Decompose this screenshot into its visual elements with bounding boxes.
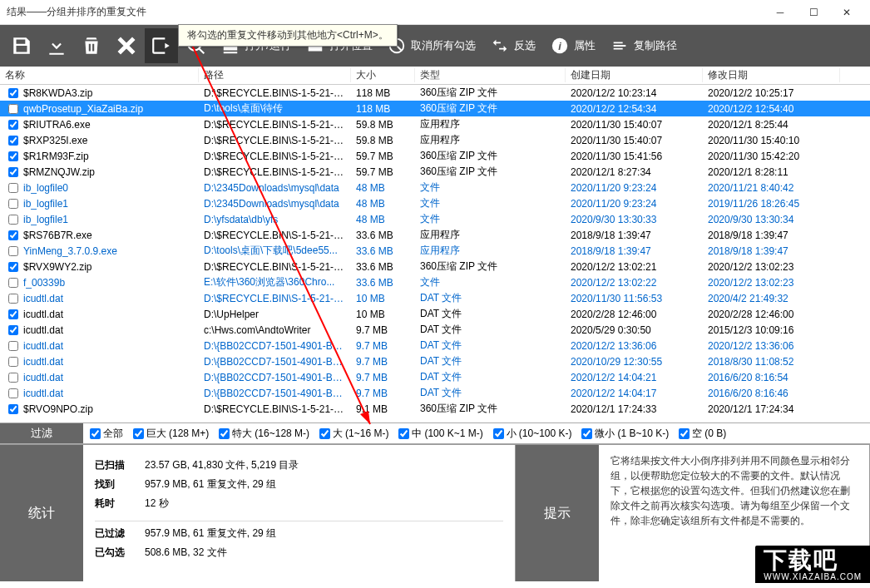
- table-row[interactable]: f_00339bE:\软件\360浏览器\360Chro...33.6 MB文件…: [0, 274, 870, 290]
- file-size: 59.8 MB: [351, 119, 415, 131]
- table-row[interactable]: icudtl.datD:\$RECYCLE.BIN\S-1-5-21-21...…: [0, 290, 870, 306]
- filter-all[interactable]: 全部: [90, 427, 123, 441]
- table-row[interactable]: ib_logfile1D:\2345Downloads\mysql\data48…: [0, 195, 870, 211]
- file-path: D:\{BB02CCD7-1501-4901-B5E...: [199, 372, 351, 383]
- row-checkbox[interactable]: [8, 278, 18, 288]
- table-row[interactable]: ib_logfile1D:\yfsdata\db\yfs48 MB文件2020/…: [0, 211, 870, 227]
- save-button[interactable]: [5, 28, 38, 63]
- table-row[interactable]: $RVO9NPO.zipD:\$RECYCLE.BIN\S-1-5-21-21.…: [0, 401, 870, 417]
- file-mdate: 2020/2/28 12:46:00: [703, 309, 840, 320]
- col-cdate[interactable]: 创建日期: [566, 68, 703, 82]
- filter-large[interactable]: 特大 (16~128 M-): [219, 427, 309, 441]
- row-checkbox[interactable]: [8, 136, 18, 146]
- filter-small[interactable]: 小 (10~100 K-): [493, 427, 572, 441]
- row-checkbox[interactable]: [8, 104, 18, 114]
- watermark-text: 下载吧: [764, 549, 862, 572]
- minimize-button[interactable]: ─: [764, 1, 797, 24]
- move-button[interactable]: [145, 28, 178, 63]
- file-cdate: 2020/12/2 10:23:14: [566, 87, 703, 99]
- file-mdate: 2020/4/2 21:49:32: [703, 293, 840, 304]
- file-type: DAT 文件: [415, 354, 566, 368]
- filter-big[interactable]: 大 (1~16 M-): [319, 427, 388, 441]
- file-path: D:\$RECYCLE.BIN\S-1-5-21-21...: [199, 293, 351, 304]
- maximize-button[interactable]: ☐: [797, 1, 830, 24]
- file-path: D:\$RECYCLE.BIN\S-1-5-21-21...: [199, 151, 351, 162]
- table-row[interactable]: icudtl.datD:\{BB02CCD7-1501-4901-B5E...9…: [0, 338, 870, 353]
- file-path: D:\{BB02CCD7-1501-4901-B5E...: [199, 340, 351, 352]
- table-row[interactable]: $R8KWDA3.zipD:\$RECYCLE.BIN\S-1-5-21-21.…: [0, 85, 870, 101]
- col-mdate[interactable]: 修改日期: [703, 68, 840, 82]
- row-checkbox[interactable]: [8, 294, 18, 304]
- file-type: 360压缩 ZIP 文件: [415, 165, 566, 179]
- row-checkbox[interactable]: [8, 341, 18, 351]
- file-name: f_00339b: [23, 277, 65, 289]
- grid-body[interactable]: $R8KWDA3.zipD:\$RECYCLE.BIN\S-1-5-21-21.…: [0, 85, 870, 422]
- stat-checked-v: 508.6 MB, 32 文件: [145, 546, 503, 560]
- row-checkbox[interactable]: [8, 388, 18, 398]
- table-row[interactable]: icudtl.datc:\Hws.com\AndtoWriter9.7 MBDA…: [0, 322, 870, 338]
- row-checkbox[interactable]: [8, 262, 18, 272]
- row-checkbox[interactable]: [8, 120, 18, 130]
- table-row[interactable]: $RMZNQJW.zipD:\$RECYCLE.BIN\S-1-5-21-21.…: [0, 164, 870, 180]
- table-row[interactable]: icudtl.datD:\{BB02CCD7-1501-4901-B5E...9…: [0, 353, 870, 369]
- col-size[interactable]: 大小: [351, 68, 415, 82]
- download-button[interactable]: [40, 28, 73, 63]
- stats-label: 统计: [0, 445, 83, 581]
- file-type: 应用程序: [415, 244, 566, 258]
- col-type[interactable]: 类型: [415, 68, 566, 82]
- row-checkbox[interactable]: [8, 373, 18, 383]
- filter-tiny[interactable]: 微小 (1 B~10 K-): [581, 427, 669, 441]
- recycle-button[interactable]: [75, 28, 108, 63]
- toolbar: 打开/运行 打开位置 取消所有勾选 反选 i属性 复制路径: [0, 25, 870, 67]
- table-row[interactable]: $RXP325I.exeD:\$RECYCLE.BIN\S-1-5-21-21.…: [0, 132, 870, 148]
- col-name[interactable]: 名称: [0, 68, 199, 82]
- filter-med[interactable]: 中 (100 K~1 M-): [398, 427, 482, 441]
- row-checkbox[interactable]: [8, 215, 18, 225]
- properties-button[interactable]: i属性: [544, 28, 602, 63]
- file-cdate: 2020/12/1 8:27:34: [566, 166, 703, 178]
- file-name: icudtl.dat: [23, 340, 63, 352]
- table-row[interactable]: $R1RM93F.zipD:\$RECYCLE.BIN\S-1-5-21-21.…: [0, 148, 870, 164]
- copy-path-button[interactable]: 复制路径: [604, 28, 684, 63]
- table-row[interactable]: $RS76B7R.exeD:\$RECYCLE.BIN\S-1-5-21-21.…: [0, 227, 870, 243]
- file-mdate: 2020/11/30 15:42:20: [703, 151, 840, 162]
- row-checkbox[interactable]: [8, 404, 18, 414]
- row-checkbox[interactable]: [8, 357, 18, 367]
- file-mdate: 2020/12/2 13:02:23: [703, 277, 840, 289]
- table-row[interactable]: icudtl.datD:\{BB02CCD7-1501-4901-B5E...9…: [0, 385, 870, 401]
- row-checkbox[interactable]: [8, 325, 18, 335]
- row-checkbox[interactable]: [8, 167, 18, 177]
- table-row[interactable]: $RVX9WY2.zipD:\$RECYCLE.BIN\S-1-5-21-21.…: [0, 259, 870, 274]
- table-row[interactable]: $RIUTRA6.exeD:\$RECYCLE.BIN\S-1-5-21-21.…: [0, 116, 870, 132]
- stat-checked-k: 已勾选: [95, 546, 145, 560]
- file-path: D:\$RECYCLE.BIN\S-1-5-21-21...: [199, 119, 351, 131]
- file-grid: 名称 路径 大小 类型 创建日期 修改日期 $R8KWDA3.zipD:\$RE…: [0, 67, 870, 423]
- file-mdate: 2016/6/20 8:16:54: [703, 372, 840, 383]
- invert-button[interactable]: 反选: [484, 28, 542, 63]
- watermark: 下载吧 WWW.XIAZAIBA.COM: [755, 546, 870, 583]
- table-row[interactable]: qwbProsetup_XiaZaiBa.zipD:\tools\桌面\待传11…: [0, 101, 870, 116]
- filter-huge[interactable]: 巨大 (128 M+): [133, 427, 209, 441]
- file-path: D:\2345Downloads\mysql\data: [199, 182, 351, 194]
- file-name: icudtl.dat: [23, 388, 63, 399]
- delete-button[interactable]: [110, 28, 143, 63]
- col-path[interactable]: 路径: [199, 68, 351, 82]
- table-row[interactable]: YinMeng_3.7.0.9.exeD:\tools\桌面\下载吧\5dee5…: [0, 243, 870, 259]
- row-checkbox[interactable]: [8, 88, 18, 98]
- table-row[interactable]: ib_logfile0D:\2345Downloads\mysql\data48…: [0, 180, 870, 195]
- row-checkbox[interactable]: [8, 230, 18, 240]
- file-path: D:\yfsdata\db\yfs: [199, 214, 351, 225]
- row-checkbox[interactable]: [8, 246, 18, 256]
- row-checkbox[interactable]: [8, 309, 18, 319]
- row-checkbox[interactable]: [8, 199, 18, 209]
- file-path: D:\$RECYCLE.BIN\S-1-5-21-21...: [199, 403, 351, 415]
- file-mdate: 2020/12/2 13:02:23: [703, 261, 840, 273]
- table-row[interactable]: icudtl.datD:\UpHelper10 MBDAT 文件2020/2/2…: [0, 306, 870, 322]
- close-button[interactable]: ✕: [830, 1, 863, 24]
- filter-empty[interactable]: 空 (0 B): [679, 427, 726, 441]
- row-checkbox[interactable]: [8, 151, 18, 161]
- table-row[interactable]: icudtl.datD:\{BB02CCD7-1501-4901-B5E...9…: [0, 369, 870, 385]
- row-checkbox[interactable]: [8, 183, 18, 193]
- file-name: icudtl.dat: [23, 324, 63, 336]
- file-type: 360压缩 ZIP 文件: [415, 101, 566, 116]
